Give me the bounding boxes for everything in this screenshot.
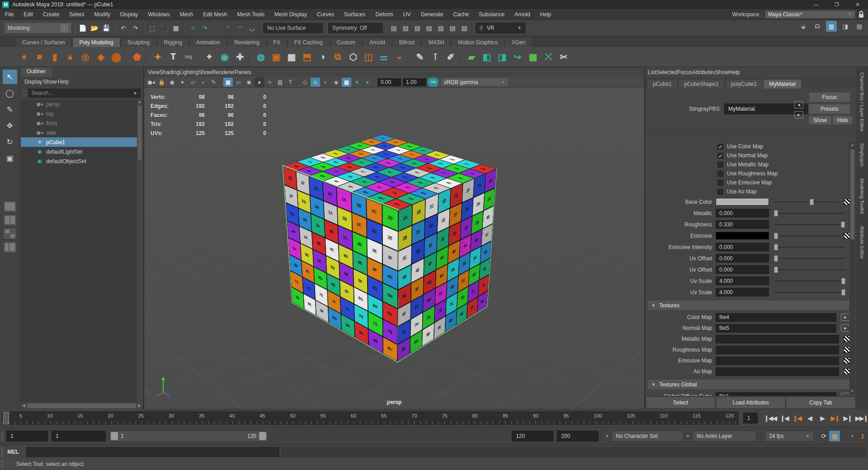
shelf-tab-rigging[interactable]: Rigging [157, 38, 189, 47]
command-input[interactable] [26, 447, 279, 457]
search-input[interactable]: Search... ▼ [28, 89, 141, 98]
color-swatch[interactable] [716, 198, 769, 206]
value-field[interactable]: 0.000 [716, 265, 769, 274]
save-scene-icon[interactable]: 💾 [101, 23, 112, 33]
range-slider[interactable]: 1 120 [109, 431, 268, 442]
step-forward-frame-button[interactable]: ▶❙ [843, 413, 853, 423]
menu-mesh-tools[interactable]: Mesh Tools [232, 9, 269, 19]
lock-icon[interactable] [858, 11, 864, 18]
pattern-icon[interactable]: ▩ [525, 49, 541, 65]
value-field[interactable]: 4.000 [716, 277, 769, 285]
blend-shape-icon[interactable]: ◧ [479, 49, 495, 65]
grid-icon[interactable]: ▦ [223, 78, 233, 87]
presets-button[interactable]: Presets [809, 104, 850, 114]
contrast-field[interactable]: 1.00 [403, 78, 426, 86]
value-field[interactable]: 0.000 [716, 209, 769, 217]
texture-map-button[interactable] [844, 357, 850, 364]
dock-tab-simplygon[interactable]: Simplygon [859, 143, 865, 166]
snap-grid-icon[interactable]: ⌗ [188, 23, 198, 33]
outliner-item-defaultLightSet[interactable]: ◉defaultLightSet [21, 147, 142, 156]
extrude-icon[interactable]: ⬒ [299, 49, 315, 65]
lights-icon[interactable]: ☀ [352, 78, 362, 87]
select-component-icon[interactable]: ▦ [170, 23, 181, 33]
textured-icon[interactable]: ◐ [321, 78, 330, 87]
value-field[interactable]: 0.330 [716, 220, 769, 229]
menu-help[interactable]: Help [535, 9, 557, 19]
shelf-tab-curves-surfaces[interactable]: Curves / Surfaces [15, 38, 72, 47]
menu-create[interactable]: Create [38, 9, 64, 19]
safe-action-icon[interactable]: ▧ [275, 78, 285, 87]
section-header-textures-global[interactable]: ▼Textures Global [648, 380, 852, 389]
attribute-editor-toggle-icon[interactable]: ▥ [826, 21, 837, 32]
exposure-field[interactable]: 0.00 [377, 78, 401, 86]
smooth-shade-icon[interactable]: ◆ [311, 78, 320, 87]
image-plane-icon[interactable]: ▱ [188, 78, 198, 87]
animation-end-field[interactable]: 200 [557, 431, 599, 442]
connect-icon[interactable]: ✚ [232, 49, 248, 65]
outliner-item-side[interactable]: ◼◂side [21, 128, 142, 137]
poly-cylinder-icon[interactable]: ▮ [47, 49, 62, 65]
hide-button[interactable]: Hide [832, 116, 853, 125]
poly-disc-icon[interactable]: ⬤ [108, 49, 124, 65]
filter-icon[interactable]: ⛶ [23, 90, 26, 96]
checkbox[interactable] [717, 171, 723, 177]
gate-mask-icon[interactable]: ● [255, 78, 264, 87]
current-frame-field[interactable]: 1 [743, 413, 758, 423]
shelf-tab-poly-modeling[interactable]: Poly Modeling [72, 38, 120, 47]
hypershade-icon[interactable]: ▤ [435, 23, 446, 33]
menu-select[interactable]: Select [64, 9, 89, 19]
menu-windows[interactable]: Windows [143, 9, 175, 19]
menu-generate[interactable]: Generate [415, 9, 448, 19]
value-field[interactable]: 0.000 [716, 254, 769, 263]
multi-cut-icon[interactable]: ⌖ [202, 49, 217, 65]
slider-track[interactable] [774, 292, 845, 293]
minimize-button[interactable]: — [806, 0, 826, 9]
shelf-tab-rendering[interactable]: Rendering [227, 38, 266, 47]
menu-uv[interactable]: UV [398, 9, 416, 19]
film-gate-icon[interactable]: ▭ [234, 78, 243, 87]
menu-deform[interactable]: Deform [370, 9, 398, 19]
step-forward-key-button[interactable]: ▶❙ [830, 413, 840, 423]
render-current-frame-icon[interactable]: ▤ [400, 23, 411, 33]
character-set-selector[interactable]: No Character Set [612, 431, 683, 442]
viewport-menu-lighting[interactable]: Lighting [179, 69, 198, 75]
shelf-tab-fx-caching[interactable]: FX Caching [288, 38, 330, 47]
lock-camera-icon[interactable]: 🔒 [157, 78, 166, 87]
connection-icon[interactable]: ► [841, 393, 850, 396]
outliner-item-front[interactable]: ◼◂front [21, 118, 142, 128]
tool-settings-icon[interactable]: ◨ [840, 21, 851, 32]
dock-tab-attribute-editor[interactable]: Attribute Editor [859, 226, 865, 259]
focus-button[interactable]: Focus [809, 92, 850, 102]
scroll-left-icon[interactable]: ◀ [21, 403, 27, 409]
slider-track[interactable] [774, 281, 845, 282]
clip-editor-icon[interactable]: ▦ [829, 431, 840, 442]
boolean-icon[interactable]: ◑ [315, 49, 330, 65]
slider-track[interactable] [774, 269, 845, 270]
shadows-icon[interactable]: ◕ [363, 78, 372, 87]
render-view-icon[interactable]: ▤ [388, 23, 399, 33]
menu-edit[interactable]: Edit [19, 9, 38, 19]
select-camera-icon[interactable]: ◼◂ [146, 78, 156, 87]
outliner-item-pCube1[interactable]: ❖pCube1 [21, 137, 142, 147]
ae-menu-help[interactable]: Help [729, 69, 740, 75]
texture-file-field[interactable] [716, 357, 839, 365]
ae-menu-attributes[interactable]: Attributes [692, 69, 715, 75]
shelf-tab-mash[interactable]: MASH [422, 38, 451, 47]
outliner-menu-show[interactable]: Show [43, 79, 57, 85]
range-end-handle[interactable] [259, 432, 266, 440]
menu-modify[interactable]: Modify [89, 9, 115, 19]
step-back-key-button[interactable]: ❙◀ [792, 413, 802, 423]
scroll-up-icon[interactable]: ▲ [849, 142, 855, 148]
chevron-down-icon[interactable]: ▼ [686, 434, 690, 438]
ae-menu-list[interactable]: List [648, 69, 656, 75]
super-shape-icon[interactable]: ✦ [150, 49, 165, 65]
ae-menu-selected[interactable]: Selected [656, 69, 678, 75]
safe-title-icon[interactable]: T [286, 78, 295, 87]
two-pane-layout-button[interactable] [3, 214, 17, 226]
grease-pencil-icon[interactable]: ✎ [209, 78, 218, 87]
texture-map-button[interactable] [844, 368, 850, 375]
command-language-button[interactable]: MEL [0, 449, 26, 455]
ae-tab-polyCube1[interactable]: polyCube1 [725, 79, 763, 89]
playback-end-field[interactable]: 120 [512, 431, 553, 442]
playback-start-field[interactable]: 1 [52, 431, 106, 442]
